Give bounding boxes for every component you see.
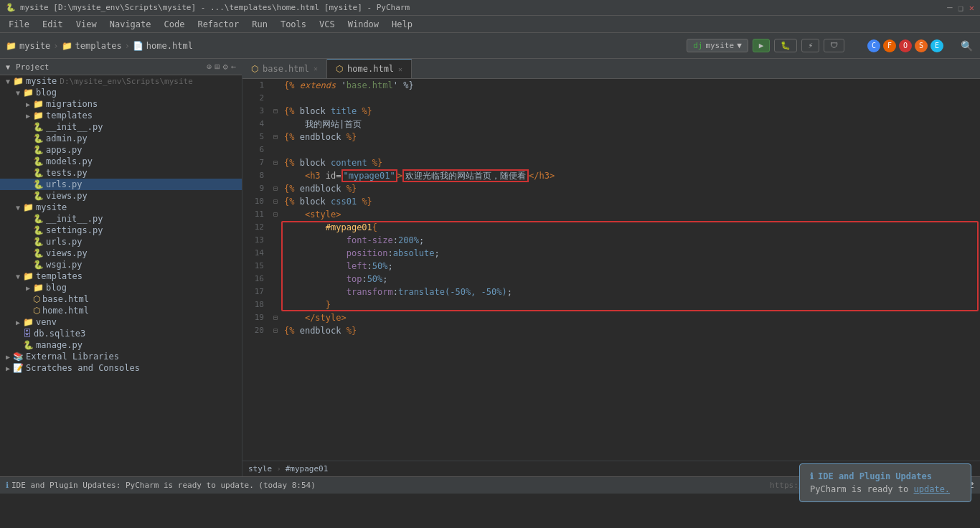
line-content-18[interactable]: } bbox=[281, 298, 980, 311]
chrome-icon[interactable]: C bbox=[867, 39, 880, 52]
menu-help[interactable]: Help bbox=[386, 18, 418, 31]
tree-item-models-py[interactable]: ▶ 🐍 models.py bbox=[0, 156, 242, 167]
minimize-button[interactable]: ─ bbox=[947, 3, 952, 13]
tree-item-views-py[interactable]: ▶ 🐍 views.py bbox=[0, 190, 242, 202]
tab-home-html[interactable]: ⬡ home.html ✕ bbox=[327, 59, 412, 78]
tree-item-venv[interactable]: ▶ 📁 venv bbox=[0, 316, 242, 328]
tree-label-scratches: Scratches and Consoles bbox=[26, 363, 140, 373]
tree-item-apps-py[interactable]: ▶ 🐍 apps.py bbox=[0, 144, 242, 156]
line-content-2[interactable] bbox=[281, 92, 980, 105]
line-content-8[interactable]: <h3 id="mypage01">欢迎光临我的网站首页，随便看</h3> bbox=[281, 169, 980, 182]
line-content-20[interactable]: {% endblock %} bbox=[281, 324, 980, 337]
tree-item-init-py[interactable]: ▶ 🐍 __init__.py bbox=[0, 121, 242, 133]
line-num-16: 16 bbox=[242, 273, 270, 286]
menu-vcs[interactable]: VCS bbox=[314, 18, 341, 31]
status-text[interactable]: IDE and Plugin Updates: PyCharm is ready… bbox=[11, 481, 316, 490]
line-content-12[interactable]: #mypage01{ bbox=[281, 221, 980, 234]
profile-button[interactable]: ⚡ bbox=[801, 39, 819, 52]
tree-item-urls-py[interactable]: ▶ 🐍 urls.py bbox=[0, 179, 242, 190]
run-button[interactable]: ▶ bbox=[753, 39, 771, 52]
tree-item-base-html[interactable]: ▶ ⬡ base.html bbox=[0, 293, 242, 305]
restore-button[interactable]: ❑ bbox=[958, 3, 963, 13]
line-content-11[interactable]: <style> bbox=[281, 208, 980, 221]
line-content-14[interactable]: position:absolute; bbox=[281, 247, 980, 260]
line-content-3[interactable]: {% block title %} bbox=[281, 105, 980, 118]
html-icon-home: ⬡ bbox=[33, 306, 40, 316]
tab-base-html-label: base.html bbox=[263, 64, 309, 74]
opera-icon[interactable]: O bbox=[899, 39, 912, 52]
py-icon-apps: 🐍 bbox=[33, 145, 44, 155]
tree-item-t-blog[interactable]: ▶ 📁 blog bbox=[0, 282, 242, 293]
breadcrumb-file[interactable]: home.html bbox=[146, 41, 193, 51]
menu-run[interactable]: Run bbox=[246, 18, 273, 31]
coverage-button[interactable]: 🛡 bbox=[824, 39, 844, 52]
bc-item-mypage01[interactable]: #mypage01 bbox=[286, 464, 329, 473]
code-line-14: 14 position:absolute; bbox=[242, 247, 980, 260]
tree-item-home-html[interactable]: ▶ ⬡ home.html bbox=[0, 305, 242, 316]
config-selector[interactable]: dj mysite ▼ bbox=[687, 39, 748, 52]
tree-item-mysite-views[interactable]: ▶ 🐍 views.py bbox=[0, 248, 242, 259]
debug-button[interactable]: 🐛 bbox=[774, 39, 797, 52]
menu-code[interactable]: Code bbox=[159, 18, 191, 31]
tree-item-tests-py[interactable]: ▶ 🐍 tests.py bbox=[0, 167, 242, 179]
tree-item-mysite-urls[interactable]: ▶ 🐍 urls.py bbox=[0, 236, 242, 248]
tree-item-root[interactable]: ▼ 📁 mysite D:\mysite_env\Scripts\mysite bbox=[0, 75, 242, 87]
tree-item-mysite-folder[interactable]: ▼ 📁 mysite bbox=[0, 202, 242, 213]
safari-icon[interactable]: S bbox=[915, 39, 928, 52]
tree-item-wsgi-py[interactable]: ▶ 🐍 wsgi.py bbox=[0, 259, 242, 270]
sidebar-expand-icon[interactable]: ⊞ bbox=[215, 62, 220, 72]
sidebar-hide-icon[interactable]: ← bbox=[231, 62, 236, 72]
tree-label-blog: blog bbox=[36, 88, 57, 98]
tree-item-templates-root[interactable]: ▼ 📁 templates bbox=[0, 270, 242, 282]
line-content-10[interactable]: {% block css01 %} bbox=[281, 195, 980, 208]
tree-item-admin-py[interactable]: ▶ 🐍 admin.py bbox=[0, 133, 242, 144]
tree-item-migrations[interactable]: ▶ 📁 migrations bbox=[0, 98, 242, 110]
firefox-icon[interactable]: F bbox=[883, 39, 896, 52]
code-line-8: 8 <h3 id="mypage01">欢迎光临我的网站首页，随便看</h3> bbox=[242, 169, 980, 182]
tree-item-mysite-init[interactable]: ▶ 🐍 __init__.py bbox=[0, 213, 242, 225]
tab-base-html[interactable]: ⬡ base.html ✕ bbox=[242, 59, 327, 78]
code-editor[interactable]: 1 {% extends 'base.html' %} 2 3 ⊟ {% blo… bbox=[242, 79, 980, 337]
close-button[interactable]: ✕ bbox=[969, 3, 974, 13]
line-content-4[interactable]: 我的网站|首页 bbox=[281, 118, 980, 131]
line-content-15[interactable]: left:50%; bbox=[281, 260, 980, 273]
line-content-6[interactable] bbox=[281, 143, 980, 156]
notif-link[interactable]: update. bbox=[914, 484, 951, 494]
project-name[interactable]: mysite bbox=[19, 41, 50, 51]
menu-refactor[interactable]: Refactor bbox=[192, 18, 245, 31]
line-content-5[interactable]: {% endblock %} bbox=[281, 131, 980, 143]
line-content-13[interactable]: font-size:200%; bbox=[281, 234, 980, 247]
tree-item-scratches[interactable]: ▶ 📝 Scratches and Consoles bbox=[0, 362, 242, 374]
editor-wrapper[interactable]: 1 {% extends 'base.html' %} 2 3 ⊟ {% blo… bbox=[242, 79, 980, 461]
search-everywhere-icon[interactable]: 🔍 bbox=[959, 39, 974, 53]
line-content-16[interactable]: top:50%; bbox=[281, 273, 980, 286]
tree-label-admin: admin.py bbox=[46, 133, 88, 143]
menu-window[interactable]: Window bbox=[342, 18, 385, 31]
breadcrumb-templates[interactable]: templates bbox=[75, 41, 122, 51]
menu-file[interactable]: File bbox=[3, 18, 35, 31]
menu-tools[interactable]: Tools bbox=[275, 18, 312, 31]
tree-label-home-html: home.html bbox=[42, 306, 89, 316]
tree-item-blog[interactable]: ▼ 📁 blog bbox=[0, 87, 242, 98]
sidebar-locate-icon[interactable]: ⊕ bbox=[207, 62, 212, 72]
tab-base-html-close[interactable]: ✕ bbox=[314, 65, 318, 72]
line-content-19[interactable]: </style> bbox=[281, 311, 980, 324]
tree-item-settings-py[interactable]: ▶ 🐍 settings.py bbox=[0, 225, 242, 236]
tree-item-ext-libs[interactable]: ▶ 📚 External Libraries bbox=[0, 351, 242, 362]
menu-navigate[interactable]: Navigate bbox=[104, 18, 157, 31]
tree-item-db-sqlite[interactable]: ▶ 🗄 db.sqlite3 bbox=[0, 328, 242, 339]
line-content-17[interactable]: transform:translate(-50%, -50%); bbox=[281, 286, 980, 298]
line-content-9[interactable]: {% endblock %} bbox=[281, 182, 980, 195]
bc-item-style[interactable]: style bbox=[248, 464, 272, 473]
line-content-7[interactable]: {% block content %} bbox=[281, 156, 980, 169]
ie-icon[interactable]: E bbox=[930, 39, 943, 52]
line-gutter-12 bbox=[270, 221, 281, 234]
menu-view[interactable]: View bbox=[70, 18, 103, 31]
menu-edit[interactable]: Edit bbox=[37, 18, 69, 31]
tree-item-blog-templates[interactable]: ▶ 📁 templates bbox=[0, 110, 242, 121]
tab-home-html-close[interactable]: ✕ bbox=[398, 65, 402, 73]
line-content-1[interactable]: {% extends 'base.html' %} bbox=[281, 79, 980, 92]
tree-item-manage-py[interactable]: ▶ 🐍 manage.py bbox=[0, 339, 242, 351]
sidebar-toggle[interactable]: ▼ bbox=[6, 63, 10, 71]
sidebar-settings-icon[interactable]: ⚙ bbox=[223, 62, 228, 72]
